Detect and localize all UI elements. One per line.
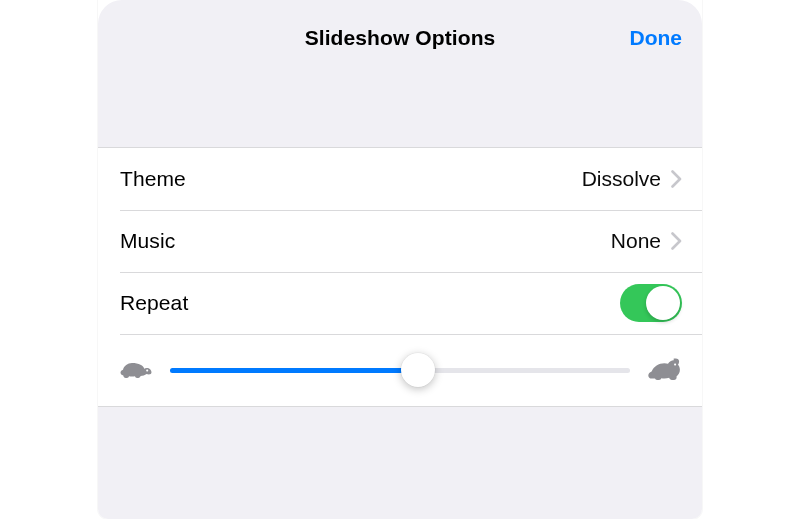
speed-slider-fill [170,368,418,373]
hare-icon [648,358,680,382]
tortoise-icon [120,358,152,382]
slideshow-options-sheet: Slideshow Options Done Theme Dissolve Mu… [98,0,702,519]
music-value: None [611,229,661,253]
repeat-row: Repeat [98,272,702,334]
theme-row[interactable]: Theme Dissolve [98,148,702,210]
speed-slider[interactable] [170,368,630,373]
repeat-toggle[interactable] [620,284,682,322]
music-label: Music [120,229,611,253]
speed-slider-row [98,334,702,406]
page-title: Slideshow Options [98,26,702,50]
music-row[interactable]: Music None [98,210,702,272]
theme-value: Dissolve [582,167,661,191]
done-button[interactable]: Done [630,26,683,50]
chevron-right-icon [671,170,682,188]
repeat-label: Repeat [120,291,620,315]
theme-label: Theme [120,167,582,191]
chevron-right-icon [671,232,682,250]
speed-slider-thumb[interactable] [401,353,435,387]
sheet-footer-space [98,406,702,519]
options-list: Theme Dissolve Music None Repeat [98,148,702,406]
sheet-header: Slideshow Options Done [98,0,702,147]
